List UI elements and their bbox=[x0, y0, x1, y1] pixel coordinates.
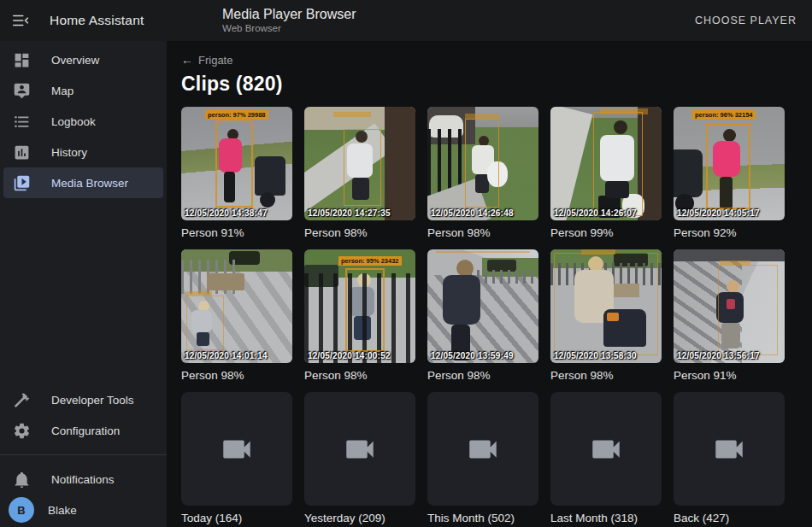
folder-label: Last Month (318) bbox=[550, 512, 662, 525]
detection-label-faint bbox=[333, 112, 371, 117]
porch-shape bbox=[385, 107, 415, 220]
folder-label: Yesterday (209) bbox=[304, 512, 415, 525]
clip-card[interactable]: person: 95% 23432 12/05/2020 14:00:52 Pe… bbox=[304, 249, 415, 383]
clip-thumbnail: 12/05/2020 14:26:07 bbox=[550, 107, 662, 220]
folder-card-back[interactable]: Back (427) bbox=[674, 392, 785, 525]
sidebar-toggle-button[interactable] bbox=[0, 0, 41, 41]
folder-card-today[interactable]: Today (164) bbox=[181, 392, 292, 525]
clip-caption: Person 98% bbox=[550, 369, 662, 383]
clip-card[interactable]: 12/05/2020 13:59:49 Person 98% bbox=[427, 249, 538, 383]
clip-timestamp: 12/05/2020 13:56:17 bbox=[677, 351, 760, 360]
clip-caption: Person 91% bbox=[674, 369, 785, 383]
breadcrumb-back[interactable]: ← Frigate bbox=[181, 53, 232, 67]
sidebar-bottom: Developer Tools Configuration Notificati… bbox=[0, 384, 167, 527]
clip-timestamp: 12/05/2020 14:05:17 bbox=[677, 208, 760, 218]
sidebar-item-notifications[interactable]: Notifications bbox=[3, 464, 163, 495]
detection-label-faint bbox=[581, 249, 615, 255]
person-head-shape bbox=[456, 260, 474, 277]
sidebar-item-label: Notifications bbox=[51, 473, 115, 486]
folder-card-this-month[interactable]: This Month (502) bbox=[427, 392, 538, 525]
clip-timestamp: 12/05/2020 14:38:47 bbox=[185, 208, 268, 218]
sidebar-item-media-browser[interactable]: Media Browser bbox=[3, 167, 163, 198]
sidebar-item-history[interactable]: History bbox=[3, 137, 163, 167]
header-titles: Media Player Browser Web Browser bbox=[222, 7, 356, 34]
clip-card[interactable]: 12/05/2020 14:26:07 Person 99% bbox=[550, 107, 662, 240]
main-header: Media Player Browser Web Browser CHOOSE … bbox=[167, 0, 812, 41]
sidebar-item-profile[interactable]: B Blake bbox=[3, 495, 163, 525]
detection-label-faint bbox=[465, 114, 499, 119]
person-torso-shape bbox=[443, 275, 480, 325]
clip-card[interactable]: 12/05/2020 13:58:30 Person 98% bbox=[550, 249, 662, 383]
video-camera-icon bbox=[219, 431, 255, 467]
clip-timestamp: 12/05/2020 14:27:35 bbox=[308, 208, 391, 218]
detection-bounding-box bbox=[718, 265, 778, 355]
user-avatar: B bbox=[9, 497, 34, 523]
folder-card-yesterday[interactable]: Yesterday (209) bbox=[304, 392, 415, 525]
sidebar-item-map[interactable]: Map bbox=[3, 75, 163, 106]
gear-icon bbox=[12, 421, 31, 440]
folder-thumbnail bbox=[674, 392, 785, 506]
list-icon bbox=[12, 112, 31, 131]
detection-bounding-box bbox=[706, 124, 750, 209]
app-title: Home Assistant bbox=[50, 13, 144, 28]
sidebar-item-label: Overview bbox=[51, 54, 99, 67]
detection-label: person: 95% 23432 bbox=[338, 256, 402, 266]
clip-card[interactable]: 12/05/2020 14:01:14 Person 98% bbox=[181, 249, 292, 383]
sidebar-item-overview[interactable]: Overview bbox=[3, 44, 163, 75]
menu-toggle-icon bbox=[11, 11, 30, 30]
video-camera-icon bbox=[711, 431, 747, 467]
detection-label-faint bbox=[600, 108, 648, 114]
clip-timestamp: 12/05/2020 14:26:07 bbox=[554, 208, 637, 218]
app-window: Home Assistant Media Player Browser Web … bbox=[0, 0, 812, 527]
detection-bounding-box bbox=[186, 296, 224, 350]
sidebar: Overview Map Logbook History bbox=[0, 41, 167, 527]
detection-bounding-box bbox=[344, 129, 381, 206]
sidebar-item-developer-tools[interactable]: Developer Tools bbox=[3, 384, 163, 415]
chart-icon bbox=[12, 143, 31, 161]
detection-label-faint bbox=[436, 251, 530, 253]
clip-thumbnail: 12/05/2020 14:01:14 bbox=[181, 249, 292, 363]
detection-label-faint bbox=[186, 291, 212, 296]
sidebar-item-configuration[interactable]: Configuration bbox=[3, 415, 163, 446]
choose-player-button[interactable]: CHOOSE PLAYER bbox=[690, 8, 802, 33]
clip-card[interactable]: person: 96% 32154 12/05/2020 14:05:17 Pe… bbox=[674, 107, 785, 240]
sidebar-nav-list: Overview Map Logbook History bbox=[0, 41, 167, 198]
clip-caption: Person 98% bbox=[181, 369, 292, 383]
clip-thumbnail: 12/05/2020 14:26:48 bbox=[427, 107, 538, 220]
sidebar-item-label: History bbox=[51, 146, 87, 159]
clip-card[interactable]: 12/05/2020 14:26:48 Person 98% bbox=[427, 107, 538, 240]
sidebar-item-label: Map bbox=[51, 85, 74, 97]
clip-thumbnail: person: 96% 32154 12/05/2020 14:05:17 bbox=[674, 107, 785, 220]
clip-caption: Person 98% bbox=[304, 226, 415, 240]
header-title: Media Player Browser bbox=[222, 7, 356, 22]
clip-card[interactable]: person: 97% 29988 12/05/2020 14:38:47 Pe… bbox=[181, 107, 292, 240]
detection-label-faint bbox=[720, 261, 750, 265]
top-bar: Home Assistant Media Player Browser Web … bbox=[0, 0, 812, 41]
video-camera-icon bbox=[465, 431, 501, 467]
video-camera-icon bbox=[342, 431, 378, 467]
detection-bounding-box bbox=[465, 119, 499, 208]
sidebar-item-logbook[interactable]: Logbook bbox=[3, 106, 163, 137]
clip-caption: Person 98% bbox=[427, 226, 538, 240]
folder-label: Back (427) bbox=[674, 512, 785, 525]
clip-card[interactable]: 12/05/2020 14:27:35 Person 98% bbox=[304, 107, 415, 240]
clip-card[interactable]: 12/05/2020 13:56:17 Person 91% bbox=[674, 249, 785, 383]
user-name-label: Blake bbox=[48, 504, 77, 517]
detection-label: person: 97% 29988 bbox=[205, 110, 268, 120]
folder-card-last-month[interactable]: Last Month (318) bbox=[550, 392, 662, 525]
sidebar-item-label: Configuration bbox=[51, 425, 120, 437]
clip-caption: Person 98% bbox=[304, 369, 415, 383]
clip-caption: Person 98% bbox=[427, 369, 538, 383]
sidebar-header: Home Assistant bbox=[0, 0, 167, 41]
clip-caption: Person 92% bbox=[674, 226, 785, 240]
sidebar-divider bbox=[0, 454, 167, 455]
clip-timestamp: 12/05/2020 14:26:48 bbox=[431, 208, 514, 218]
clip-thumbnail: 12/05/2020 13:59:49 bbox=[427, 249, 538, 363]
folder-thumbnail bbox=[181, 392, 292, 506]
clip-caption: Person 99% bbox=[550, 226, 662, 240]
detection-bounding-box bbox=[554, 253, 658, 355]
clip-timestamp: 12/05/2020 14:01:14 bbox=[185, 351, 268, 360]
hammer-icon bbox=[12, 390, 31, 409]
detection-label: person: 96% 32154 bbox=[692, 110, 756, 120]
bell-icon bbox=[12, 470, 31, 489]
